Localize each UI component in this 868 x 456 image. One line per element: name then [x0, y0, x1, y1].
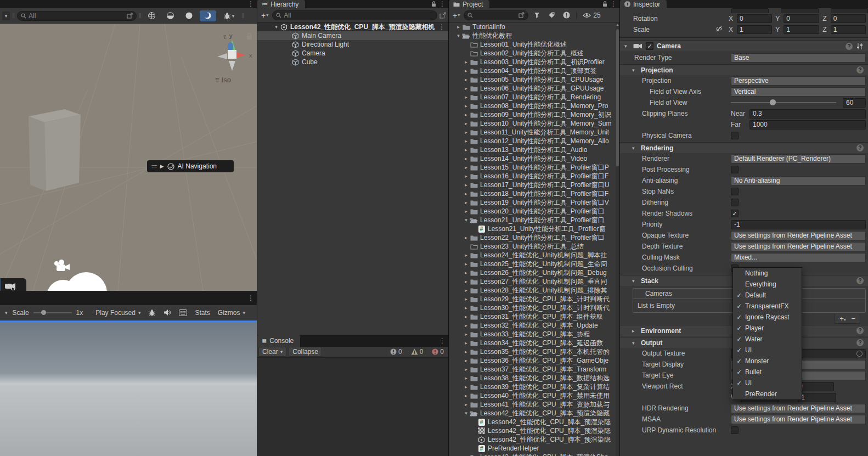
- project-item[interactable]: ▸Lesson17_Unity性能分析工具_Profiler窗口U: [449, 181, 619, 189]
- orientation-gizmo[interactable]: z y x: [207, 30, 257, 81]
- error-count-button[interactable]: 0: [429, 348, 447, 356]
- project-item[interactable]: ▸Lesson19_Unity性能分析工具_Profiler窗口V: [449, 198, 619, 207]
- project-item[interactable]: ▸Lesson22_Unity性能分析工具_Profiler窗口: [449, 233, 619, 242]
- hidden-count-button[interactable]: 25: [580, 10, 603, 21]
- project-item[interactable]: ▸Lesson27_性能优化_Unity机制问题_垂直同: [449, 277, 619, 286]
- hierarchy-item[interactable]: Camera: [257, 49, 448, 58]
- help-icon[interactable]: ?: [846, 43, 853, 50]
- culling-mask-option[interactable]: PreRender: [733, 389, 802, 399]
- search-by-label-button[interactable]: [545, 10, 558, 21]
- shading-shaded-wire-button[interactable]: [162, 10, 179, 21]
- hdr-rendering-dropdown[interactable]: Use settings from Render Pipeline Asset: [731, 404, 866, 413]
- help-icon[interactable]: ?: [856, 144, 864, 151]
- urp-dynamic-resolution-checkbox[interactable]: [731, 426, 739, 434]
- rotation-y-field[interactable]: 0: [784, 14, 819, 23]
- game-window-menu-icon[interactable]: ⋮: [247, 291, 254, 305]
- priority-field[interactable]: -1: [731, 220, 866, 229]
- overlay-collapsed-dropdown[interactable]: ▾: [2, 12, 10, 20]
- link-icon[interactable]: [712, 26, 725, 33]
- project-item[interactable]: ▸Lesson40_性能优化_CPU_脚本_禁用未使用: [449, 391, 619, 400]
- console-menu-icon[interactable]: ⋮: [439, 335, 446, 347]
- project-item[interactable]: ▸Lesson08_Unity性能分析工具_Memory_Pro: [449, 102, 619, 110]
- project-item[interactable]: ▸Lesson18_Unity性能分析工具_Profiler窗口F: [449, 189, 619, 198]
- field-of-view-value[interactable]: 60: [843, 98, 866, 108]
- hierarchy-item[interactable]: Directional Light: [257, 40, 448, 49]
- project-item[interactable]: ▸Lesson31_性能优化_CPU_脚本_组件获取: [449, 312, 619, 321]
- depth-texture-dropdown[interactable]: Use settings from Render Pipeline Asset: [731, 242, 866, 251]
- project-item[interactable]: ▸Lesson11_Unity性能分析工具_Memory_Unit: [449, 128, 619, 137]
- project-item[interactable]: ▸Lesson20_Unity性能分析工具_Profiler窗口: [449, 207, 619, 216]
- field-of-view-axis-dropdown[interactable]: Vertical: [731, 87, 866, 97]
- help-icon[interactable]: ?: [856, 277, 864, 284]
- project-item[interactable]: ▸Lesson05_Unity性能分析工具_CPUUsage: [449, 75, 619, 84]
- project-item[interactable]: ▸Lesson12_Unity性能分析工具_Memory_Allo: [449, 137, 619, 145]
- hierarchy-item[interactable]: Main Camera: [257, 31, 448, 40]
- expand-icon[interactable]: ▶: [160, 164, 164, 169]
- culling-mask-option[interactable]: ✓Default: [733, 290, 802, 301]
- help-icon[interactable]: ?: [856, 339, 864, 346]
- culling-mask-option[interactable]: ✓Player: [733, 323, 802, 334]
- help-icon[interactable]: ?: [856, 327, 864, 334]
- stop-nans-checkbox[interactable]: [731, 188, 739, 195]
- popout-search-icon[interactable]: [518, 12, 525, 18]
- project-item[interactable]: ▾Lesson21_Unity性能分析工具_Profiler窗口: [449, 216, 619, 224]
- project-item[interactable]: ▸TutorialInfo: [449, 22, 619, 31]
- culling-mask-option[interactable]: Nothing: [733, 268, 802, 279]
- remove-camera-button[interactable]: −: [851, 314, 855, 323]
- project-item[interactable]: ▸Lesson03_Unity性能分析工具_初识Profiler: [449, 58, 619, 66]
- project-item[interactable]: Lesson23_Unity性能分析工具_总结: [449, 242, 619, 251]
- projection-mode-label[interactable]: ≡Iso: [215, 76, 231, 84]
- tab-project[interactable]: Project: [449, 0, 489, 8]
- msaa-dropdown[interactable]: Use settings from Render Pipeline Asset: [731, 415, 866, 424]
- clear-dropdown-icon[interactable]: ▾: [280, 349, 283, 354]
- culling-mask-option[interactable]: ✓Ignore Raycast: [733, 312, 802, 323]
- culling-mask-option[interactable]: ✓Water: [733, 334, 802, 345]
- camera-component-header[interactable]: ▾ ✓ Camera ?: [620, 40, 868, 52]
- hierarchy-item[interactable]: Cube: [257, 58, 448, 66]
- create-asset-button[interactable]: +▾: [451, 11, 461, 20]
- console-log-area[interactable]: [257, 357, 448, 456]
- project-item[interactable]: #Lesson42_性能优化_CPU_脚本_预渲染隐: [449, 418, 619, 426]
- project-item[interactable]: ▸Lesson36_性能优化_CPU_脚本_GameObje: [449, 356, 619, 365]
- object-picker-icon[interactable]: [856, 351, 863, 357]
- project-item[interactable]: ▸Lesson16_Unity性能分析工具_Profiler窗口F: [449, 172, 619, 181]
- tab-console[interactable]: ≣ Console: [257, 335, 300, 347]
- project-scrollbar[interactable]: ▲: [616, 22, 619, 456]
- renderer-dropdown[interactable]: Default Renderer (PC_Renderer): [731, 154, 866, 164]
- culling-mask-option[interactable]: ✓UI: [733, 378, 802, 389]
- viewport-h-field[interactable]: 1: [798, 393, 836, 402]
- project-item[interactable]: ▸Lesson33_性能优化_CPU_脚本_协程: [449, 330, 619, 339]
- projection-dropdown[interactable]: Perspective: [731, 76, 866, 86]
- game-viewport[interactable]: [0, 322, 257, 456]
- scene-search-input[interactable]: All: [17, 11, 137, 21]
- component-enabled-checkbox[interactable]: ✓: [646, 42, 653, 50]
- project-item[interactable]: ▸Lesson30_性能优化_CPU_脚本_计时判断代: [449, 303, 619, 312]
- project-item[interactable]: ▸Lesson43_性能优化_CPU_脚本_预渲染Sha: [449, 453, 619, 456]
- field-of-view-slider[interactable]: [731, 102, 836, 103]
- create-button[interactable]: +▾: [260, 11, 270, 20]
- lock-icon[interactable]: [431, 1, 436, 7]
- project-item[interactable]: ▸Lesson06_Unity性能分析工具_GPUUsage: [449, 84, 619, 93]
- hierarchy-search-input[interactable]: All: [272, 10, 437, 20]
- scroll-thumb[interactable]: [616, 29, 619, 166]
- play-focused-dropdown[interactable]: Play Focused▾: [93, 307, 143, 318]
- project-item[interactable]: ▸Lesson10_Unity性能分析工具_Memory_Sum: [449, 119, 619, 128]
- camera-preview-icon[interactable]: [5, 283, 17, 290]
- shading-shaded-button[interactable]: [181, 10, 198, 21]
- foldout-icon[interactable]: ▾: [624, 43, 630, 49]
- section-rendering[interactable]: ▾Rendering?: [620, 142, 868, 153]
- scene-options-icon[interactable]: ⋮: [438, 23, 448, 31]
- culling-mask-option[interactable]: Everything: [733, 279, 802, 290]
- scene-viewport[interactable]: z y x ≡Iso == ▶ AI Navig: [0, 24, 257, 291]
- project-item[interactable]: ▸Lesson29_性能优化_CPU_脚本_计时判断代: [449, 295, 619, 303]
- scroll-up-icon[interactable]: ▲: [616, 22, 619, 27]
- project-item[interactable]: ▾Lesson42_性能优化_CPU_脚本_预渲染隐藏: [449, 409, 619, 418]
- project-item[interactable]: ▸Lesson15_Unity性能分析工具_Profiler窗口P: [449, 163, 619, 172]
- drag-handle-icon[interactable]: ==: [151, 164, 157, 170]
- scale-slider[interactable]: [33, 312, 72, 313]
- project-item[interactable]: ▸Lesson04_Unity性能分析工具_顶部页签: [449, 66, 619, 75]
- rotation-x-field[interactable]: 0: [737, 14, 772, 23]
- ai-navigation-overlay[interactable]: == ▶ AI Navigation: [147, 160, 234, 172]
- help-icon[interactable]: ?: [856, 66, 864, 74]
- vsync-button[interactable]: [176, 307, 190, 318]
